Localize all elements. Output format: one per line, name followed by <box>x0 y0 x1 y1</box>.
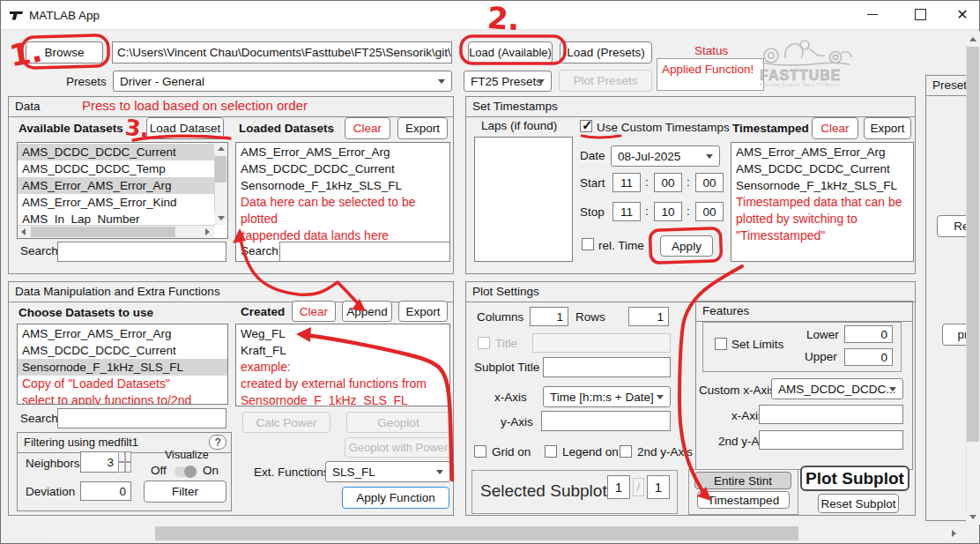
title-field[interactable] <box>532 333 671 353</box>
filter-button[interactable]: Filter <box>144 481 226 503</box>
list-item[interactable]: AMS_DCDC_DCDC_Current <box>731 160 913 177</box>
list-item[interactable]: AMS_DCDC_DCDC_Current <box>18 144 227 160</box>
stop-second-field[interactable]: 00 <box>695 202 724 221</box>
toggle-knob[interactable] <box>184 466 197 478</box>
second-y-axis-checkbox[interactable] <box>620 445 632 458</box>
export-created-button[interactable]: Export <box>398 301 448 322</box>
set-limits-checkbox[interactable] <box>715 338 727 350</box>
subplot-title-field[interactable] <box>543 357 671 377</box>
list-item[interactable]: AMS_Error_AMS_Error_Arg <box>236 144 449 160</box>
visualize-toggle[interactable] <box>174 466 197 477</box>
rel-time-checkbox[interactable] <box>582 238 594 250</box>
list-item[interactable]: created by external functions from <box>236 376 449 392</box>
choose-search-input[interactable] <box>57 408 226 428</box>
columns-field[interactable]: 1 <box>530 307 568 326</box>
start-hour-field[interactable]: 11 <box>612 173 641 192</box>
export-timestamped-button[interactable]: Export <box>864 117 911 139</box>
list-item[interactable]: Data here can be selected to be plotted <box>236 194 449 227</box>
list-item[interactable]: example: <box>236 359 449 376</box>
date-dropdown[interactable]: 08-Jul-2025 <box>611 145 720 167</box>
presets-dropdown[interactable]: Driver - General <box>113 71 452 92</box>
start-minute-field[interactable]: 00 <box>654 173 682 192</box>
entire-stint-button[interactable]: Entire Stint <box>694 472 791 489</box>
features-x-axis-field[interactable] <box>759 405 903 424</box>
loaded-search-input[interactable] <box>279 242 450 262</box>
list-item[interactable]: Sensornode_F_1kHz_SLS_FL <box>18 359 227 376</box>
rows-field[interactable]: 1 <box>628 307 669 326</box>
y-axis-field[interactable] <box>541 411 671 431</box>
start-second-field[interactable]: 00 <box>695 173 724 192</box>
scroll-up-arrow[interactable] <box>214 143 227 154</box>
x-axis-dropdown[interactable]: Time [h:m:s + Date] <box>543 386 671 407</box>
apply-timestamps-button[interactable]: Apply <box>660 235 713 257</box>
lower-field[interactable]: 0 <box>844 325 893 343</box>
ft25-presets-dropdown[interactable]: FT25 Presets <box>464 71 552 92</box>
grid-on-checkbox[interactable] <box>474 445 486 458</box>
load-dataset-button[interactable]: Load Dataset <box>146 117 224 139</box>
scroll-down-arrow[interactable] <box>966 510 980 523</box>
available-search-input[interactable] <box>57 242 226 262</box>
spinner-down-icon[interactable] <box>118 462 131 473</box>
timestamped-button[interactable]: Timestamped <box>697 491 790 509</box>
scroll-right-arrow[interactable] <box>201 226 213 237</box>
vscroll-thumb[interactable] <box>215 156 226 183</box>
list-item[interactable]: Sensornode_F_1kHz_SLS_FL <box>236 392 449 406</box>
geoplot-with-power-button[interactable]: Geoplot with Power <box>345 437 452 458</box>
load-available-button[interactable]: Load (Available) <box>468 41 553 63</box>
scroll-right-arrow[interactable] <box>947 526 961 540</box>
list-item[interactable]: AMS_Error_AMS_Error_Arg <box>18 177 227 194</box>
custom-x-axis-dropdown[interactable]: AMS_DCDC_DCDC... <box>771 378 903 399</box>
list-item[interactable]: Copy of "Loaded Datasets" <box>18 376 227 392</box>
hscroll-thumb[interactable] <box>155 526 798 540</box>
list-item[interactable]: AMS_Error_AMS_Error_Arg <box>18 325 227 342</box>
list-item[interactable]: Sensornode_F_1kHz_SLS_FL <box>731 177 913 194</box>
stop-hour-field[interactable]: 11 <box>612 202 641 221</box>
list-item[interactable]: Timestamped data that can be plotted by … <box>731 194 913 244</box>
stop-minute-field[interactable]: 10 <box>654 202 682 221</box>
list-item[interactable]: Weg_FL <box>236 325 449 342</box>
geoplot-button[interactable]: Geoplot <box>346 412 450 433</box>
list-item[interactable]: AMS_DCDC_DCDC_Current <box>236 160 449 177</box>
list-item[interactable]: Kraft_FL <box>236 342 449 359</box>
list-item[interactable]: AMS_DCDC_DCDC_Temp <box>18 160 227 177</box>
scroll-up-arrow[interactable] <box>966 33 980 45</box>
upper-field[interactable]: 0 <box>844 348 893 366</box>
vscroll-thumb[interactable] <box>967 47 979 442</box>
list-item[interactable]: Sensornode_F_1kHz_SLS_FL <box>236 177 449 194</box>
load-presets-button[interactable]: Load (Presets) <box>560 41 652 63</box>
reset-subplot-button[interactable]: Reset Subplot <box>818 494 899 513</box>
append-button[interactable]: Append <box>342 301 392 322</box>
laps-list[interactable] <box>474 137 573 262</box>
ext-functions-dropdown[interactable]: SLS_FL <box>325 461 450 482</box>
clear-created-button[interactable]: Clear <box>292 301 336 322</box>
help-button[interactable]: ? <box>209 435 226 450</box>
list-item[interactable]: AMS_DCDC_DCDC_Current <box>18 342 227 359</box>
neighbors-stepper[interactable]: 3 <box>80 451 119 473</box>
features-2nd-y-field[interactable] <box>759 430 903 450</box>
title-checkbox[interactable] <box>478 337 490 349</box>
clear-loaded-button[interactable]: Clear <box>345 117 390 139</box>
browse-button[interactable]: Browse <box>26 41 103 63</box>
neighbors-spinner-arrows[interactable] <box>118 451 131 473</box>
apply-function-button[interactable]: Apply Function <box>342 487 449 509</box>
minimize-button[interactable] <box>858 3 887 26</box>
list-item[interactable]: AMS_Error_AMS_Error_Kind <box>18 194 227 211</box>
scroll-left-arrow[interactable] <box>18 226 29 237</box>
file-path-field[interactable]: C:\Users\Vincent Chau\Documents\Fasttube… <box>112 41 452 63</box>
list-item[interactable]: AMS_Error_AMS_Error_Arg <box>731 144 913 160</box>
clear-timestamped-button[interactable]: Clear <box>812 117 858 139</box>
deviation-field[interactable]: 0 <box>80 481 131 501</box>
subplot-index-field[interactable]: 1 <box>607 475 630 499</box>
subplot-total-field[interactable]: 1 <box>647 475 670 499</box>
use-custom-timestamps-checkbox[interactable] <box>580 120 592 132</box>
export-loaded-button[interactable]: Export <box>397 117 448 139</box>
close-button[interactable]: ✕ <box>947 3 977 26</box>
legend-on-checkbox[interactable] <box>545 445 557 458</box>
calc-power-button[interactable]: Calc Power <box>242 412 330 433</box>
list-item[interactable]: select to apply functions to/2nd yaxis <box>18 392 227 405</box>
plot-subplot-button[interactable]: Plot Subplot <box>800 466 909 491</box>
plot-presets-button[interactable]: Plot Presets <box>559 70 652 92</box>
hscroll-thumb[interactable] <box>31 227 175 237</box>
maximize-button[interactable] <box>905 3 935 26</box>
scroll-down-arrow[interactable] <box>214 212 227 224</box>
